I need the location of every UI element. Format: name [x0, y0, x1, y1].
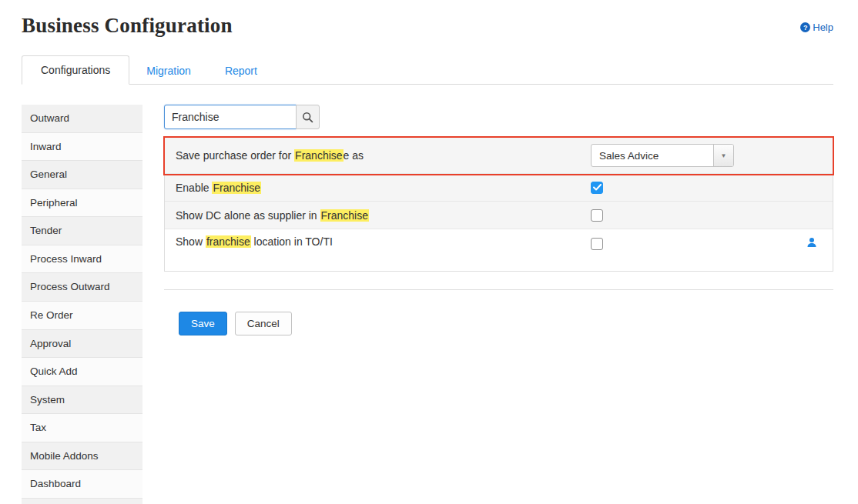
search-bar [164, 105, 833, 129]
tab-migration[interactable]: Migration [129, 57, 208, 85]
label-text: location in TO/TI [251, 235, 333, 248]
enable-franchise-checkbox[interactable] [591, 182, 603, 194]
magnifier-icon [302, 112, 313, 123]
sidebar-item-dashboard[interactable]: Dashboard [22, 470, 142, 499]
tab-bar: Configurations Migration Report [22, 55, 833, 85]
content: Outward Inward General Peripheral Tender… [22, 105, 833, 504]
sidebar-item-tax[interactable]: Tax [22, 414, 142, 442]
action-buttons: Save Cancel [164, 312, 833, 335]
label-text: Show [176, 235, 206, 248]
sidebar-item-approval[interactable]: Approval [22, 330, 142, 359]
row-control [591, 237, 822, 251]
setting-row-show-franchise-location: Show franchise location in TO/TI [165, 229, 833, 271]
sidebar-item-tender[interactable]: Tender [22, 217, 142, 245]
label-text: Show DC alone as supplier in [176, 209, 320, 222]
sidebar-item-mobile-addons[interactable]: Mobile Addons [22, 442, 142, 471]
save-button[interactable]: Save [179, 312, 227, 335]
help-question-icon: ? [800, 22, 810, 32]
search-button[interactable] [296, 105, 320, 129]
search-highlight: Franchise [294, 149, 343, 162]
header: Business Configuration ? Help [22, 14, 833, 38]
setting-label: Save purchase order for Franchisee as [176, 149, 591, 162]
label-text: Save purchase order for [176, 149, 294, 162]
setting-label: Show franchise location in TO/TI [176, 235, 591, 248]
setting-row-show-dc-alone: Show DC alone as supplier in Franchise [165, 202, 833, 229]
setting-row-enable-franchise: Enable Franchise [165, 174, 833, 202]
help-label: Help [813, 22, 833, 33]
help-link[interactable]: ? Help [800, 22, 833, 33]
label-text: e as [344, 149, 364, 162]
checkmark-icon [593, 184, 602, 191]
footer-divider [164, 289, 833, 290]
sidebar-item-ho-global-configurations[interactable]: HO Global Configurations [22, 499, 142, 504]
settings-table: Save purchase order for Franchisee as Sa… [164, 137, 833, 272]
sidebar-item-re-order[interactable]: Re Order [22, 302, 142, 330]
sidebar-item-process-outward[interactable]: Process Outward [22, 273, 142, 302]
search-highlight: franchise [206, 235, 251, 248]
show-franchise-location-checkbox[interactable] [591, 238, 603, 250]
show-dc-alone-checkbox[interactable] [591, 209, 603, 222]
sidebar-item-system[interactable]: System [22, 386, 142, 415]
sidebar: Outward Inward General Peripheral Tender… [22, 105, 142, 504]
row-control [591, 209, 822, 222]
search-highlight: Franchise [212, 182, 260, 194]
main-panel: Save purchase order for Franchisee as Sa… [164, 105, 833, 504]
sidebar-item-peripheral[interactable]: Peripheral [22, 189, 142, 218]
tab-configurations[interactable]: Configurations [22, 55, 129, 85]
select-value: Sales Advice [592, 150, 713, 162]
sales-advice-select[interactable]: Sales Advice ▼ [591, 144, 734, 167]
sidebar-item-inward[interactable]: Inward [22, 133, 142, 162]
setting-label: Show DC alone as supplier in Franchise [176, 209, 591, 222]
row-control [591, 182, 822, 194]
cancel-button[interactable]: Cancel [235, 312, 292, 335]
search-input[interactable] [164, 105, 297, 129]
label-text: Enable [176, 182, 212, 194]
business-configuration-page: Business Configuration ? Help Configurat… [0, 0, 858, 504]
person-icon[interactable] [806, 237, 817, 251]
sidebar-item-quick-add[interactable]: Quick Add [22, 358, 142, 386]
tab-report[interactable]: Report [208, 57, 274, 85]
setting-row-save-purchase-order: Save purchase order for Franchisee as Sa… [165, 138, 833, 174]
sidebar-item-outward[interactable]: Outward [22, 105, 142, 133]
sidebar-item-general[interactable]: General [22, 161, 142, 189]
setting-label: Enable Franchise [176, 182, 591, 194]
page-title: Business Configuration [22, 14, 233, 38]
row-control: Sales Advice ▼ [591, 144, 822, 167]
search-highlight: Franchise [320, 209, 369, 222]
sidebar-item-process-inward[interactable]: Process Inward [22, 245, 142, 274]
chevron-down-icon[interactable]: ▼ [713, 145, 733, 166]
